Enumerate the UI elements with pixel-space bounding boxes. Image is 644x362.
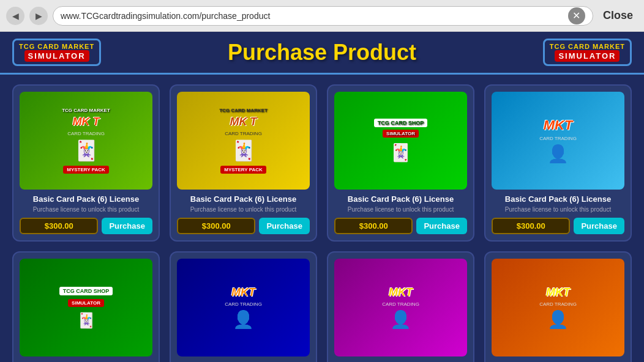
purchase-button-4[interactable]: Purchase (574, 218, 624, 234)
forward-button[interactable]: ▶ (29, 7, 48, 25)
product-desc-1: Purchase license to unlock this product (33, 206, 139, 213)
back-icon: ◀ (12, 11, 19, 21)
product-image-1: TCG CARD MARKET MK T CARD TRADING 🃏 MYST… (20, 92, 152, 190)
product-footer-3: $300.00 Purchase (334, 218, 467, 234)
product-card-6: MKT CARD TRADING 👤 Basic Card Pack (6) L… (170, 251, 317, 362)
forward-icon: ▶ (36, 11, 42, 21)
purchase-button-3[interactable]: Purchase (416, 218, 467, 234)
pack-sub-8: CARD TRADING (539, 301, 577, 307)
logo-bottom-right: SIMULATOR (555, 50, 620, 62)
pack-brand-5: TCG CARD SHOP (59, 287, 113, 295)
pack-brand-3: TCG CARD SHOP (374, 119, 428, 127)
close-button[interactable]: Close (598, 9, 638, 22)
products-grid: TCG CARD MARKET MK T CARD TRADING 🃏 MYST… (12, 84, 632, 362)
pack-name-2: MK T (230, 116, 257, 128)
product-card-4: MKT CARD TRADING 👤 Basic Card Pack (6) L… (484, 84, 632, 242)
product-image-2: TCG CARD MARKET MK T CARD TRADING 🃏 MYST… (177, 92, 310, 190)
page-header: TCG CARD MARKET SIMULATOR Purchase Produ… (0, 32, 644, 75)
price-3: $300.00 (334, 218, 413, 234)
page-title: Purchase Product (228, 40, 416, 65)
product-footer-2: $300.00 Purchase (177, 218, 310, 234)
product-desc-2: Purchase license to unlock this product (190, 206, 296, 213)
product-image-4: MKT CARD TRADING 👤 (492, 92, 624, 190)
product-card-1: TCG CARD MARKET MK T CARD TRADING 🃏 MYST… (12, 84, 160, 242)
logo-bottom-left: SIMULATOR (24, 50, 89, 62)
product-desc-4: Purchase license to unlock this product (505, 206, 611, 213)
product-name-3: Basic Card Pack (6) License (348, 194, 454, 204)
product-card-5: TCG CARD SHOP SIMULATOR 🃏 Basic Card Pac… (12, 251, 160, 362)
logo-top-left: TCG CARD MARKET (19, 43, 94, 50)
logo-top-right: TCG CARD MARKET (550, 43, 625, 50)
url-bar[interactable]: www.TCGcardtradingsimulation.com/purchas… (53, 6, 593, 26)
browser-chrome: ◀ ▶ www.TCGcardtradingsimulation.com/pur… (0, 0, 644, 32)
product-footer-4: $300.00 Purchase (492, 218, 624, 234)
price-4: $300.00 (492, 218, 570, 234)
product-card-3: TCG CARD SHOP SIMULATOR 🃏 Basic Card Pac… (327, 84, 474, 242)
url-clear-button[interactable]: ✕ (568, 7, 585, 24)
pack-name-6: MKT (231, 286, 255, 299)
pack-sub-2: CARD TRADING (225, 131, 262, 136)
pack-sub-4: CARD TRADING (539, 136, 577, 141)
pack-name-4: MKT (544, 117, 573, 133)
pack-brand-2: TCG CARD MARKET (219, 108, 268, 113)
product-name-4: Basic Card Pack (6) License (505, 194, 611, 204)
logo-left: TCG CARD MARKET SIMULATOR (12, 39, 101, 66)
purchase-button-1[interactable]: Purchase (102, 218, 152, 234)
pack-brand-1: TCG CARD MARKET (62, 108, 110, 113)
pack-brand-3b: SIMULATOR (383, 130, 419, 138)
product-image-3: TCG CARD SHOP SIMULATOR 🃏 (334, 92, 467, 190)
product-desc-3: Purchase license to unlock this product (348, 206, 454, 213)
product-card-8: MKT CARD TRADING 👤 Basic Card Pack (6) L… (484, 251, 632, 362)
product-name-1: Basic Card Pack (6) License (33, 194, 139, 204)
x-icon: ✕ (572, 10, 580, 21)
price-1: $300.00 (20, 218, 98, 234)
pack-brand-5b: SIMULATOR (68, 299, 104, 307)
pack-sub-1: CARD TRADING (67, 131, 105, 136)
product-image-7: MKT CARD TRADING 👤 (334, 259, 467, 356)
pack-name-8: MKT (546, 286, 570, 299)
back-button[interactable]: ◀ (6, 7, 24, 25)
product-card-2: TCG CARD MARKET MK T CARD TRADING 🃏 MYST… (170, 84, 317, 242)
price-2: $300.00 (177, 218, 255, 234)
purchase-button-2[interactable]: Purchase (259, 218, 310, 234)
main-content: TCG CARD MARKET MK T CARD TRADING 🃏 MYST… (0, 75, 644, 362)
pack-sub-6: CARD TRADING (225, 301, 262, 307)
logo-right: TCG CARD MARKET SIMULATOR (543, 39, 632, 66)
mystery-badge-2: MYSTERY PACK (220, 166, 266, 174)
product-image-6: MKT CARD TRADING 👤 (177, 259, 310, 356)
pack-sub-7: CARD TRADING (382, 301, 419, 307)
product-card-7: MKT CARD TRADING 👤 Basic Card Pack (6) L… (327, 251, 474, 362)
pack-name-7: MKT (389, 286, 413, 299)
url-text: www.TCGcardtradingsimulation.com/purchas… (61, 11, 568, 21)
product-name-2: Basic Card Pack (6) License (190, 194, 296, 204)
product-footer-1: $300.00 Purchase (20, 218, 152, 234)
pack-name-1: MK T (73, 116, 100, 128)
product-image-8: MKT CARD TRADING 👤 (492, 259, 624, 356)
product-image-5: TCG CARD SHOP SIMULATOR 🃏 (20, 259, 152, 356)
mystery-badge-1: MYSTERY PACK (63, 166, 109, 174)
